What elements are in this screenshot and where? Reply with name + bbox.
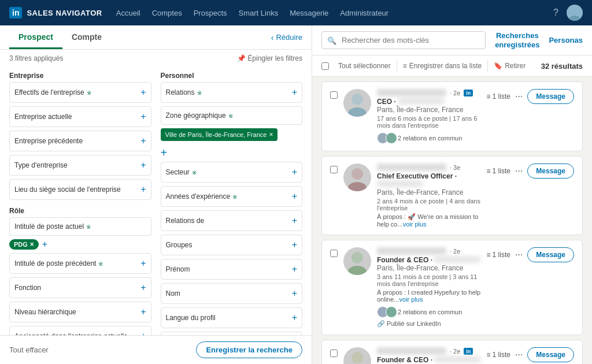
left-panel: Prospect Compte ‹ Réduire 3 filtres appl… — [0, 25, 312, 364]
svg-point-8 — [352, 352, 363, 363]
nav-accueil[interactable]: Accueil — [116, 9, 140, 17]
message-button-4[interactable]: Message — [527, 347, 574, 362]
filter-zone-geographique[interactable]: Zone géographique ※ — [161, 106, 303, 125]
clear-all-button[interactable]: Tout effacer — [9, 346, 49, 354]
card-body-2: · 3e Chief Executive Officer · Paris, Îl… — [377, 164, 481, 228]
chevron-left-icon: ‹ — [271, 33, 274, 42]
add-tag-icon[interactable]: + — [42, 239, 47, 250]
filter-type-entreprise[interactable]: Type d'entreprise + — [9, 155, 151, 176]
card-name-1[interactable] — [377, 89, 446, 96]
filter-relations[interactable]: Relations ※ + — [161, 82, 303, 103]
add-icon: + — [140, 87, 146, 98]
message-button-1[interactable]: Message — [527, 89, 574, 104]
filter-relations-de[interactable]: Relations de + — [161, 210, 303, 231]
personnel-column: Personnel Relations ※ + Zone géographiqu… — [156, 67, 308, 335]
nav-administrateur[interactable]: Administrateur — [340, 9, 388, 17]
svg-point-5 — [348, 182, 367, 191]
add-icon: + — [140, 136, 146, 146]
card-body-3: · 2e Founder & CEO · Paris, Île-de-Franc… — [377, 247, 481, 328]
filter-columns: Entreprise Effectifs de l'entreprise ※ +… — [0, 67, 312, 335]
more-button-1[interactable]: ··· — [515, 91, 523, 102]
filter-langue-profil[interactable]: Langue du profil + — [161, 307, 303, 328]
filter-fonction[interactable]: Fonction + — [9, 277, 151, 298]
card-checkbox-1[interactable] — [330, 91, 338, 99]
list-button-1[interactable]: ≡ 1 liste — [487, 92, 510, 101]
filter-niveau-hierarchique[interactable]: Niveau hiérarchique + — [9, 302, 151, 322]
nav-links: Accueil Comptes Prospects Smart Links Me… — [116, 9, 539, 17]
nav-smartlinks[interactable]: Smart Links — [239, 9, 279, 17]
card-checkbox-4[interactable] — [330, 350, 338, 357]
filter-effectifs[interactable]: Effectifs de l'entreprise ※ + — [9, 82, 151, 103]
message-button-3[interactable]: Message — [527, 247, 574, 262]
add-icon: + — [140, 307, 146, 317]
list-button-4[interactable]: ≡ 1 liste — [487, 351, 510, 359]
add-icon: + — [292, 313, 297, 323]
voir-plus-3[interactable]: voir plus — [399, 296, 423, 303]
add-icon: + — [292, 240, 297, 250]
more-button-3[interactable]: ··· — [515, 250, 523, 260]
filter-entreprise-precedente[interactable]: Entreprise précédente + — [9, 131, 151, 151]
card-name-4[interactable] — [377, 347, 446, 355]
select-all-label[interactable]: Tout sélectionner — [338, 62, 391, 70]
card-checkbox-3[interactable] — [330, 250, 338, 257]
reduce-button[interactable]: ‹ Réduire — [271, 33, 302, 42]
nav-comptes[interactable]: Comptes — [152, 9, 182, 17]
voir-plus-2[interactable]: voir plus — [403, 221, 427, 228]
filter-nom[interactable]: Nom + — [161, 283, 303, 304]
card-location-3: Paris, Île-de-France, France — [377, 264, 481, 272]
nav-prospects[interactable]: Prospects — [194, 9, 227, 17]
list-button-2[interactable]: ≡ 1 liste — [487, 167, 510, 175]
card-body-1: · 2e in CEO · Paris, Île-de-France, Fran… — [377, 89, 481, 144]
select-all-checkbox[interactable] — [321, 62, 329, 70]
tab-compte[interactable]: Compte — [62, 25, 111, 49]
search-bar-row: 🔍 Recherchesenregistrées Personas — [312, 25, 592, 55]
pin-filters-button[interactable]: 📌 Épingler les filtres — [237, 54, 302, 62]
filter-header: 3 filtres appliqués 📌 Épingler les filtr… — [0, 50, 312, 67]
card-location-1: Paris, Île-de-France, France — [377, 106, 481, 114]
filter-prenom[interactable]: Prénom + — [161, 259, 303, 280]
card-actions-2: ≡ 1 liste ··· Message — [487, 164, 574, 179]
tab-prospect[interactable]: Prospect — [9, 25, 62, 49]
save-to-list-button[interactable]: ≡ Enregistrer dans la liste — [403, 62, 482, 70]
card-checkbox-2[interactable] — [330, 166, 338, 173]
search-icon: 🔍 — [327, 36, 336, 44]
li-badge-1: in — [464, 90, 473, 96]
personnel-section-label: Personnel — [161, 72, 303, 80]
filter-intitule-actuel[interactable]: Intitulé de poste actuel ※ — [9, 217, 151, 236]
filter-secteur[interactable]: Secteur ※ + — [161, 162, 303, 183]
pdg-tag: PDG × — [9, 239, 39, 250]
add-icon: + — [292, 264, 297, 274]
relation-avatar — [386, 306, 397, 318]
card-actions-1: ≡ 1 liste ··· Message — [487, 89, 574, 104]
filter-intitule-precedent[interactable]: Intitulé de poste précédent ※ + — [9, 253, 151, 274]
withdraw-button[interactable]: 🔖 Retirer — [494, 62, 526, 70]
filter-lieu-siege[interactable]: Lieu du siège social de l'entreprise + — [9, 179, 151, 200]
svg-point-6 — [352, 252, 363, 263]
search-input[interactable] — [321, 31, 486, 49]
svg-point-7 — [348, 266, 367, 275]
user-avatar[interactable] — [567, 5, 583, 21]
more-button-4[interactable]: ··· — [515, 350, 523, 360]
add-icon: + — [292, 167, 297, 177]
message-button-2[interactable]: Message — [527, 164, 574, 179]
add-geo-button[interactable]: + — [161, 146, 168, 159]
card-name-2[interactable] — [377, 164, 446, 171]
personas-button[interactable]: Personas — [549, 36, 583, 44]
list-icon: ≡ — [403, 62, 407, 70]
card-meta-2: 2 ans 4 mois à ce poste | 4 ans dans l'e… — [377, 198, 481, 211]
saved-searches-button[interactable]: Recherchesenregistrées — [495, 31, 539, 49]
filter-anciennete[interactable]: Ancienneté dans l'entreprise actuelle + — [9, 326, 151, 335]
save-search-button[interactable]: Enregistrer la recherche — [196, 341, 302, 358]
card-name-3[interactable] — [377, 247, 446, 255]
filter-annees-experience[interactable]: Années d'expérience ※ + — [161, 186, 303, 207]
card-meta-1: 17 ans 6 mois à ce poste | 17 ans 6 mois… — [377, 115, 481, 129]
nav-messagerie[interactable]: Messagerie — [290, 9, 328, 17]
filter-groupes[interactable]: Groupes + — [161, 235, 303, 255]
more-button-2[interactable]: ··· — [515, 166, 523, 176]
filter-entreprise-actuelle[interactable]: Entreprise actuelle + — [9, 106, 151, 127]
list-button-3[interactable]: ≡ 1 liste — [487, 251, 510, 259]
relation-avatar — [386, 132, 397, 144]
help-icon[interactable]: ? — [553, 8, 558, 18]
avatar — [343, 247, 371, 275]
add-icon: + — [292, 288, 297, 299]
